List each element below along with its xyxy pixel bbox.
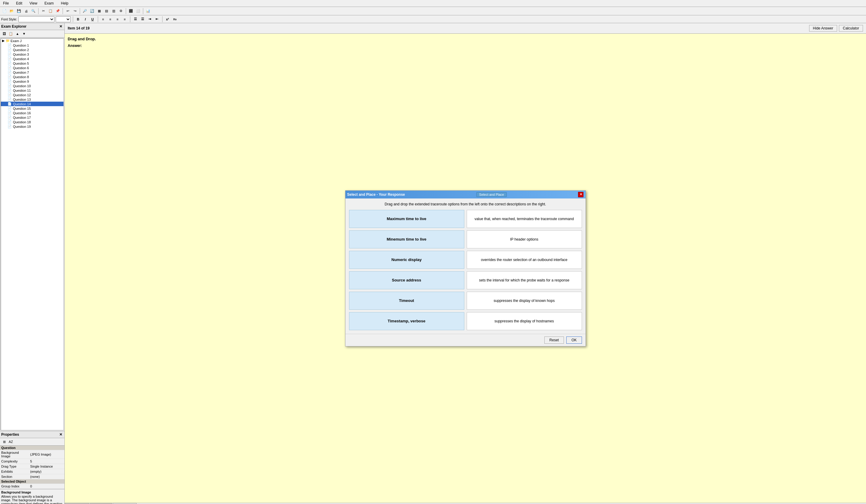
drop-item-3[interactable]: overrides the router selection of an out… (467, 251, 582, 269)
reset-btn[interactable]: Reset (544, 336, 564, 344)
new-btn[interactable]: 📄 (1, 8, 8, 14)
tree-question-5[interactable]: 📄Question 5 (1, 61, 64, 66)
drag-item-max-ttl[interactable]: Maximum time to live (349, 210, 464, 228)
sep3 (80, 8, 80, 14)
props-row: Drag TypeSingle Instance (0, 464, 64, 469)
drag-item-timeout[interactable]: Timeout (349, 292, 464, 310)
menu-view[interactable]: View (28, 1, 39, 6)
dialog-close-btn[interactable]: ✕ (578, 192, 584, 197)
drag-item-min-ttl[interactable]: Minemum time to live (349, 230, 464, 248)
calculator-btn[interactable]: Calculator (839, 25, 863, 32)
sep5 (143, 8, 143, 14)
tree-question-12[interactable]: 📄Question 12 (1, 93, 64, 97)
tree-question-17[interactable]: 📄Question 17 (1, 115, 64, 120)
tree-question-2[interactable]: 📄Question 2 (1, 47, 64, 52)
align-center-btn[interactable]: ≡ (108, 16, 113, 22)
underline-btn[interactable]: U (90, 16, 96, 22)
tree-question-18[interactable]: 📄Question 18 (1, 120, 64, 124)
explorer-header: Exam Explorer ✕ (0, 23, 64, 30)
ok-btn[interactable]: OK (566, 336, 582, 344)
align-justify-btn[interactable]: ≡ (122, 16, 128, 22)
tb-btn5[interactable]: ▦ (96, 8, 103, 14)
font-sep3 (130, 16, 130, 22)
menu-exam[interactable]: Exam (43, 1, 56, 6)
hide-answer-btn[interactable]: Hide Answer (809, 25, 837, 32)
tb-btn11[interactable]: 📊 (145, 8, 151, 14)
menu-file[interactable]: File (1, 1, 11, 6)
dialog-title-badge: Select and Place (476, 192, 507, 197)
dialog: Select and Place - Your Response Select … (345, 190, 586, 346)
tree-question-10[interactable]: 📄Question 10 (1, 83, 64, 88)
indent-btn[interactable]: ⇥ (147, 16, 153, 22)
sub-btn[interactable]: x₂ (172, 16, 178, 22)
tree-question-14[interactable]: 📄Question 14 (1, 102, 64, 106)
modal-overlay: Select and Place - Your Response Select … (65, 34, 866, 503)
drop-item-2[interactable]: IP header options (467, 230, 582, 248)
explorer-down-btn[interactable]: ▼ (21, 31, 27, 37)
tb-btn6[interactable]: ▤ (103, 8, 110, 14)
dialog-instruction: Drag and drop the extended traceroute op… (349, 202, 582, 206)
drag-item-timestamp[interactable]: Timestamp, verbose (349, 312, 464, 330)
outdent-btn[interactable]: ⇤ (154, 16, 160, 22)
tree-question-16[interactable]: 📄Question 16 (1, 111, 64, 115)
drop-item-6[interactable]: suppresses the display of hostnames (467, 312, 582, 330)
replace-btn[interactable]: 🔄 (89, 8, 96, 14)
explorer-close-btn[interactable]: ✕ (58, 24, 63, 29)
paste-btn[interactable]: 📌 (54, 8, 61, 14)
align-left-btn[interactable]: ≡ (100, 16, 106, 22)
tree-question-1[interactable]: 📄Question 1 (1, 43, 64, 47)
explorer-title: Exam Explorer (1, 24, 26, 28)
font-size-select[interactable] (56, 16, 71, 22)
drop-item-4[interactable]: sets the interval for which the probe wa… (467, 271, 582, 289)
copy-btn[interactable]: 📋 (47, 8, 54, 14)
print-btn[interactable]: 🖨 (23, 8, 30, 14)
drag-item-source[interactable]: Source address (349, 271, 464, 289)
drag-item-numeric[interactable]: Numeric display (349, 251, 464, 269)
tb-btn9[interactable]: ⬛ (127, 8, 134, 14)
props-btn1[interactable]: ⊞ (1, 439, 7, 445)
menu-edit[interactable]: Edit (14, 1, 24, 6)
bold-btn[interactable]: B (75, 16, 81, 22)
italic-btn[interactable]: I (82, 16, 88, 22)
explorer-up-btn[interactable]: ▲ (14, 31, 21, 37)
bottom-info: Background Image Allows you to specify a… (0, 489, 64, 504)
tree-question-3[interactable]: 📄Question 3 (1, 52, 64, 57)
properties-close-btn[interactable]: ✕ (58, 432, 63, 437)
open-btn[interactable]: 📂 (9, 8, 15, 14)
drop-item-5[interactable]: suppresses the display of known hops (467, 292, 582, 310)
drop-item-1[interactable]: value that, when reached, terminates the… (467, 210, 582, 228)
redo-btn[interactable]: ↪ (71, 8, 78, 14)
tree-question-8[interactable]: 📄Question 8 (1, 75, 64, 79)
cut-btn[interactable]: ✂ (40, 8, 47, 14)
list-btn[interactable]: ☰ (132, 16, 138, 22)
tree-question-6[interactable]: 📄Question 6 (1, 66, 64, 70)
align-right-btn[interactable]: ≡ (115, 16, 121, 22)
numlist-btn[interactable]: ☰ (140, 16, 146, 22)
find-btn[interactable]: 🔎 (81, 8, 88, 14)
tree-exam-j[interactable]: ▶ 📁 Exam J (1, 38, 64, 43)
tree-question-15[interactable]: 📄Question 15 (1, 106, 64, 111)
explorer-btn1[interactable]: 🖼 (1, 31, 7, 37)
tb-btn8[interactable]: ⚙ (118, 8, 124, 14)
left-panel: Exam Explorer ✕ 🖼 📋 ▲ ▼ ▶ 📁 Exam J 📄Ques… (0, 23, 65, 504)
tree-question-13[interactable]: 📄Question 13 (1, 97, 64, 102)
explorer-btn2[interactable]: 📋 (8, 31, 14, 37)
menu-help[interactable]: Help (59, 1, 70, 6)
sep4 (126, 8, 126, 14)
explorer-toolbar: 🖼 📋 ▲ ▼ (0, 30, 64, 37)
tb-btn7[interactable]: ▥ (110, 8, 117, 14)
undo-btn[interactable]: ↩ (64, 8, 71, 14)
preview-btn[interactable]: 🔍 (30, 8, 37, 14)
tree-question-4[interactable]: 📄Question 4 (1, 57, 64, 61)
tree-question-9[interactable]: 📄Question 9 (1, 79, 64, 83)
tree-question-19[interactable]: 📄Question 19 (1, 124, 64, 129)
super-btn[interactable]: x² (165, 16, 170, 22)
font-family-select[interactable] (18, 16, 54, 22)
props-toolbar: ⊞ AZ (0, 438, 64, 446)
tb-btn10[interactable]: ⬜ (135, 8, 142, 14)
tree-question-11[interactable]: 📄Question 11 (1, 88, 64, 93)
tree-question-7[interactable]: 📄Question 7 (1, 70, 64, 75)
dialog-content: Drag and drop the extended traceroute op… (345, 198, 586, 334)
save-btn[interactable]: 💾 (16, 8, 22, 14)
props-btn2[interactable]: AZ (8, 439, 14, 445)
